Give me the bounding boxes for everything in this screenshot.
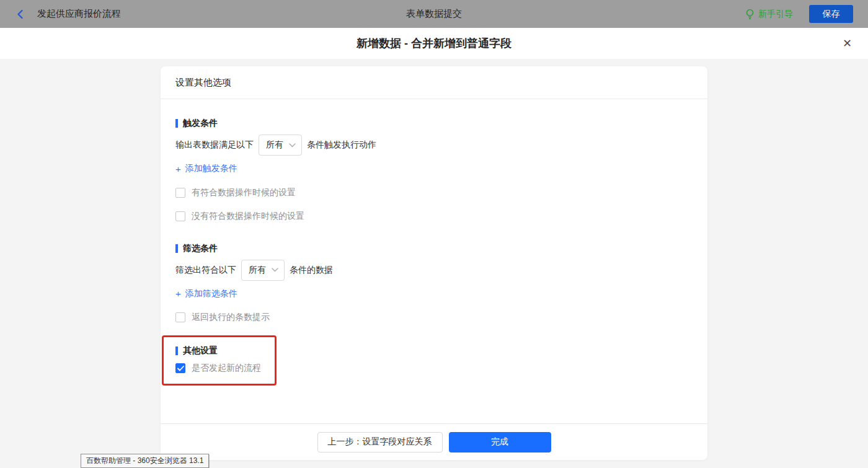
section-accent-bar xyxy=(175,119,178,128)
checkbox-unchecked[interactable] xyxy=(175,211,185,221)
filter-select-value: 所有 xyxy=(249,265,266,276)
add-filter-condition-label: 添加筛选条件 xyxy=(185,288,237,299)
lightbulb-icon xyxy=(745,9,755,20)
trigger-section-label: 触发条件 xyxy=(183,118,218,129)
no-matching-data-label: 没有符合数据操作时候的设置 xyxy=(192,211,304,222)
other-section-title: 其他设置 xyxy=(175,345,275,356)
chevron-down-icon xyxy=(272,268,278,272)
add-trigger-condition-label: 添加触发条件 xyxy=(185,163,237,174)
other-settings-highlight-box: 其他设置 是否发起新的流程 xyxy=(162,335,277,386)
other-section-label: 其他设置 xyxy=(183,345,218,356)
save-button[interactable]: 保存 xyxy=(809,5,853,23)
modal-title: 新增数据 - 合并新增到普通字段 xyxy=(356,36,512,51)
previous-step-button[interactable]: 上一步：设置字段对应关系 xyxy=(317,432,443,453)
start-new-flow-label: 是否发起新的流程 xyxy=(192,363,261,374)
return-count-label: 返回执行的条数提示 xyxy=(192,312,270,323)
trigger-condition-select[interactable]: 所有 xyxy=(259,135,302,156)
trigger-section-title: 触发条件 xyxy=(175,118,693,129)
card-footer: 上一步：设置字段对应关系 完成 xyxy=(161,423,707,460)
return-count-checkbox-row[interactable]: 返回执行的条数提示 xyxy=(175,312,693,323)
has-matching-data-checkbox-row[interactable]: 有符合数据操作时候的设置 xyxy=(175,187,693,198)
add-filter-condition-link[interactable]: + 添加筛选条件 xyxy=(175,288,237,299)
plus-icon: + xyxy=(175,164,181,174)
settings-card: 设置其他选项 触发条件 输出表数据满足以下 所有 xyxy=(161,66,707,460)
plus-icon: + xyxy=(175,289,181,298)
chevron-down-icon xyxy=(289,143,296,148)
trigger-row-prefix: 输出表数据满足以下 xyxy=(175,139,254,151)
add-trigger-condition-link[interactable]: + 添加触发条件 xyxy=(175,163,237,174)
close-icon[interactable]: ✕ xyxy=(843,38,852,49)
flow-title: 发起供应商报价流程 xyxy=(37,8,121,20)
trigger-condition-row: 输出表数据满足以下 所有 条件触发执行动作 xyxy=(175,135,693,156)
browser-tooltip: 百数帮助管理 - 360安全浏览器 13.1 xyxy=(81,454,209,468)
trigger-select-value: 所有 xyxy=(266,139,283,151)
no-matching-data-checkbox-row[interactable]: 没有符合数据操作时候的设置 xyxy=(175,211,693,222)
beginner-guide-link[interactable]: 新手引导 xyxy=(745,9,793,20)
checkbox-unchecked[interactable] xyxy=(175,312,185,322)
topbar-page-title: 表单数据提交 xyxy=(0,0,868,28)
filter-condition-select[interactable]: 所有 xyxy=(241,260,285,281)
filter-section: 筛选条件 筛选出符合以下 所有 条件的数据 + xyxy=(175,243,693,324)
modal-header: 新增数据 - 合并新增到普通字段 ✕ xyxy=(0,28,868,59)
filter-condition-row: 筛选出符合以下 所有 条件的数据 xyxy=(175,260,693,281)
checkbox-unchecked[interactable] xyxy=(175,188,185,198)
filter-row-prefix: 筛选出符合以下 xyxy=(175,265,236,276)
checkbox-checked[interactable] xyxy=(175,363,185,373)
filter-section-title: 筛选条件 xyxy=(175,243,693,254)
start-new-flow-checkbox-row[interactable]: 是否发起新的流程 xyxy=(175,363,275,374)
modal-content: 设置其他选项 触发条件 输出表数据满足以下 所有 xyxy=(0,59,868,468)
filter-section-label: 筛选条件 xyxy=(183,243,218,254)
checkmark-icon xyxy=(177,366,184,371)
card-title: 设置其他选项 xyxy=(161,66,707,99)
back-icon[interactable] xyxy=(15,9,26,20)
beginner-guide-label: 新手引导 xyxy=(758,9,793,20)
section-accent-bar xyxy=(175,347,178,355)
card-body: 触发条件 输出表数据满足以下 所有 条件触发执行动作 xyxy=(161,99,707,423)
trigger-row-suffix: 条件触发执行动作 xyxy=(307,139,376,151)
filter-row-suffix: 条件的数据 xyxy=(290,265,333,276)
done-button[interactable]: 完成 xyxy=(449,432,551,453)
trigger-section: 触发条件 输出表数据满足以下 所有 条件触发执行动作 xyxy=(175,118,693,222)
section-accent-bar xyxy=(175,244,178,253)
has-matching-data-label: 有符合数据操作时候的设置 xyxy=(192,187,296,198)
topbar: 发起供应商报价流程 表单数据提交 新手引导 保存 xyxy=(0,0,868,28)
